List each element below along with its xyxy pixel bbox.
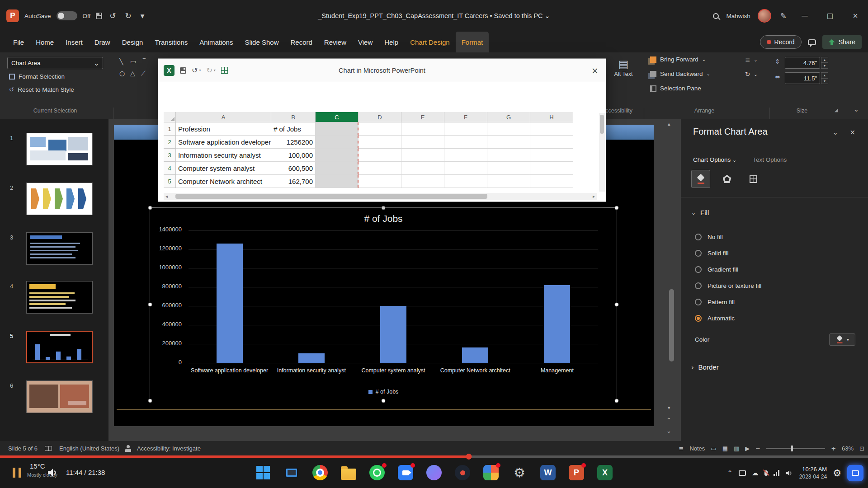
- chart-bar[interactable]: [462, 347, 488, 363]
- tray-expand-icon[interactable]: ⌃: [727, 469, 733, 477]
- cell-G3[interactable]: [487, 149, 530, 162]
- cell-H3[interactable]: [530, 149, 573, 162]
- rotate-button[interactable]: ↻ ⌄: [745, 70, 758, 78]
- tab-chart-design[interactable]: Chart Design: [404, 32, 456, 52]
- undo-icon[interactable]: ↺: [108, 10, 118, 21]
- cell-C3[interactable]: [316, 149, 359, 162]
- redo-icon[interactable]: ↻: [123, 10, 133, 21]
- chart-area-selection[interactable]: # of Jobs 020000040000060000080000010000…: [150, 207, 617, 401]
- shape-line-icon[interactable]: ╲: [119, 58, 123, 65]
- tab-draw[interactable]: Draw: [89, 32, 116, 52]
- tab-help[interactable]: Help: [378, 32, 404, 52]
- chart-elements-selector[interactable]: Chart Area ⌄: [7, 57, 103, 69]
- resize-handle[interactable]: [382, 399, 386, 403]
- shape-arc-icon[interactable]: ⌒: [141, 58, 147, 66]
- speaker-tray-icon[interactable]: [785, 469, 793, 477]
- fit-to-window-icon[interactable]: ⊡: [859, 445, 864, 452]
- fill-and-line-icon[interactable]: [691, 170, 710, 188]
- notes-button[interactable]: Notes: [689, 445, 705, 452]
- row-header-4[interactable]: 4: [164, 162, 176, 175]
- zoom-in-icon[interactable]: +: [831, 445, 836, 452]
- scrollbar-thumb[interactable]: [600, 115, 604, 134]
- redo-icon[interactable]: ↻▾: [206, 66, 215, 75]
- tab-view[interactable]: View: [352, 32, 378, 52]
- fill-option-no-fill[interactable]: No fill: [695, 229, 859, 245]
- cell-C2[interactable]: [316, 136, 359, 149]
- effects-icon[interactable]: [717, 170, 736, 188]
- maximize-button[interactable]: □: [821, 0, 839, 32]
- excel-horizontal-scrollbar[interactable]: ◂ ▸: [164, 193, 597, 200]
- video-progress-scrubber[interactable]: [466, 454, 472, 460]
- chart-bar[interactable]: [217, 244, 243, 363]
- onedrive-cloud-icon[interactable]: ☁: [752, 469, 759, 477]
- chart-bar[interactable]: [380, 306, 406, 363]
- cell-F4[interactable]: [444, 162, 487, 175]
- cell-G1[interactable]: [487, 122, 530, 136]
- fill-option-picture-or-texture-fill[interactable]: Picture or texture fill: [695, 277, 859, 294]
- column-header-A[interactable]: A: [176, 112, 271, 122]
- cell-D4[interactable]: [359, 162, 401, 175]
- bring-forward-button[interactable]: Bring Forward ⌄: [650, 56, 706, 63]
- word-icon[interactable]: W: [539, 464, 557, 481]
- fill-option-gradient-fill[interactable]: Gradient fill: [695, 261, 859, 277]
- excel-window[interactable]: X ↺▾ ↻▾ Chart in Microsoft PowerPoint × …: [158, 58, 606, 202]
- powerpoint-logo-icon[interactable]: P: [6, 9, 19, 22]
- excel-taskbar-icon[interactable]: X: [596, 464, 613, 481]
- cell-D1[interactable]: [359, 122, 401, 136]
- next-slide-button[interactable]: ⌄: [666, 427, 671, 434]
- player-settings-gear-icon[interactable]: ⚙: [833, 468, 841, 479]
- cell-F2[interactable]: [444, 136, 487, 149]
- whatsapp-icon[interactable]: [368, 464, 386, 481]
- cell-H1[interactable]: [530, 122, 573, 136]
- scroll-up-icon[interactable]: ▴: [668, 121, 670, 127]
- select-all-corner[interactable]: [164, 112, 176, 122]
- save-icon[interactable]: [180, 67, 186, 74]
- resize-handle[interactable]: [382, 206, 386, 210]
- fill-option-automatic[interactable]: Automatic: [695, 310, 859, 326]
- vertical-scrollbar-thumb[interactable]: [669, 289, 674, 361]
- cell-B5[interactable]: 162,700: [271, 175, 316, 188]
- slide-sorter-icon[interactable]: ▦: [722, 445, 728, 452]
- tab-chart-options[interactable]: Chart Options ⌄: [693, 156, 736, 163]
- minimize-button[interactable]: —: [796, 0, 814, 32]
- tab-design[interactable]: Design: [116, 32, 149, 52]
- collapse-ribbon-icon[interactable]: ⌄: [854, 106, 859, 113]
- chart-bar[interactable]: [298, 353, 325, 363]
- spell-check-icon[interactable]: [45, 446, 52, 451]
- shape-width-input[interactable]: 11.5": [785, 72, 820, 84]
- scroll-left-icon[interactable]: ◂: [164, 194, 168, 199]
- pause-button[interactable]: [13, 468, 21, 478]
- fill-color-button[interactable]: ▾: [829, 333, 855, 346]
- undo-icon[interactable]: ↺▾: [192, 66, 201, 75]
- cell-B4[interactable]: 600,500: [271, 162, 316, 175]
- row-header-5[interactable]: 5: [164, 175, 176, 188]
- autosave-toggle[interactable]: [57, 11, 77, 20]
- cell-A3[interactable]: Information security analyst: [176, 149, 271, 162]
- scroll-down-icon[interactable]: ▾: [668, 405, 670, 411]
- cell-E5[interactable]: [401, 175, 444, 188]
- settings-gear-icon[interactable]: ⚙: [511, 464, 528, 481]
- slide-thumbnail-2[interactable]: [26, 183, 93, 215]
- column-header-G[interactable]: G: [487, 112, 530, 122]
- cell-C4[interactable]: [316, 162, 359, 175]
- cell-G5[interactable]: [487, 175, 530, 188]
- shape-height-input[interactable]: 4.76": [785, 57, 820, 69]
- video-progress-bar[interactable]: [0, 455, 868, 458]
- chart-title[interactable]: # of Jobs: [150, 213, 617, 224]
- photos-app-icon[interactable]: [482, 464, 500, 481]
- normal-view-icon[interactable]: ▭: [711, 445, 716, 452]
- task-view-icon[interactable]: [283, 464, 300, 481]
- user-avatar[interactable]: [758, 9, 771, 23]
- cell-C5[interactable]: [316, 175, 359, 188]
- shape-triangle-icon[interactable]: △: [130, 70, 135, 77]
- cell-A5[interactable]: Computer Network architect: [176, 175, 271, 188]
- column-header-E[interactable]: E: [401, 112, 444, 122]
- format-selection-button[interactable]: Format Selection: [9, 73, 65, 80]
- align-button[interactable]: ≡ ⌄: [745, 56, 758, 63]
- cell-E3[interactable]: [401, 149, 444, 162]
- shape-oval-icon[interactable]: ○: [119, 70, 125, 77]
- phone-link-icon[interactable]: [425, 464, 443, 481]
- tab-format[interactable]: Format: [456, 32, 489, 52]
- cell-D5[interactable]: [359, 175, 401, 188]
- scroll-right-icon[interactable]: ▸: [593, 194, 595, 199]
